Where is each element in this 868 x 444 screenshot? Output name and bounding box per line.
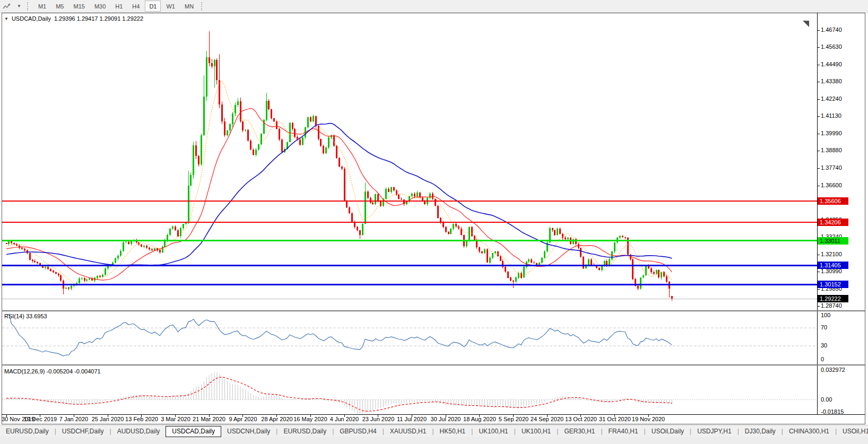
chart-tab-eurusd-daily[interactable]: EURUSD,Daily [0,425,55,437]
chart-frame [2,13,865,424]
macd-axis-label: 0.00 [821,396,832,403]
price-tick-label: 1.37740 [821,164,842,171]
current-price-badge: 1.29222 [818,295,848,302]
chart-tab-eurusd-daily[interactable]: EURUSD,Daily [277,425,332,437]
price-tick-label: 1.28740 [821,302,842,309]
chart-expander-icon[interactable]: ▼ [4,16,8,21]
date-tick-label: 4 Jun 2020 [330,416,359,422]
price-badge-1.30152: 1.30152 [818,281,848,288]
price-tick-label: 1.46740 [821,27,842,33]
price-tick-label: 1.42240 [821,95,842,102]
chart-tab-usdchf-daily[interactable]: USDCHF,Daily [56,425,110,437]
chart-tab-usdcad-daily[interactable]: USDCAD,Daily [166,426,221,437]
ma-8-line[interactable] [6,81,672,285]
chart-tab-usoil-daily[interactable]: USOil,Daily [646,425,690,437]
date-tick-label: 16 May 2020 [293,416,327,422]
date-tick-label: 18 Aug 2020 [463,416,496,422]
chart-tab-audusd-daily[interactable]: AUDUSD,Daily [111,425,166,437]
chart-tab-usdcnh-daily[interactable]: USDCNH,Daily [221,425,276,437]
chart-tab-xauusd-h1[interactable]: XAUUSD,H1 [384,425,432,437]
rsi-pane [2,315,817,356]
price-tick-label: 1.38880 [821,147,842,153]
chart-tab-bar: EURUSD,Daily|USDCHF,Daily|AUDUSD,DailyUS… [0,425,868,437]
chart-ohlc-values: 1.29396 1.29417 1.29091 1.29222 [54,15,143,22]
price-tick-label: 1.36600 [821,182,842,188]
chart-tab-usoil-h1[interactable]: USOil,H1 [837,425,868,437]
price-badge-1.35606: 1.35606 [818,197,848,205]
date-tick-label: 23 Jun 2020 [362,416,395,422]
date-tick-label: 13 Oct 2020 [565,416,597,422]
date-tick-label: 30 Jul 2020 [431,416,461,422]
ma-50-line[interactable] [6,124,672,266]
chart-tab-usdjpy-h1[interactable]: USDJPY,H1 [691,425,737,437]
macd-label: MACD(12,26,9) -0.005204 -0.004071 [4,368,101,375]
chart-tab-china300-h1[interactable]: CHINA300,H1 [783,425,835,437]
date-tick-label: 7 Jan 2020 [59,416,88,422]
price-tick-label: 1.44490 [821,61,842,67]
macd-axis-label: 0.032972 [821,367,845,373]
macd-axis-label: -0.01815 [821,408,844,415]
date-tick-label: 9 Apr 2020 [229,416,257,422]
candles-layer [6,31,673,301]
chart-tab-ger30-h1[interactable]: GER30,H1 [558,425,601,437]
date-tick-label: 11 Jul 2020 [397,416,427,422]
symbol-ohlc-readout: ▼ USDCAD,Daily 1.29396 1.29417 1.29091 1… [4,15,143,22]
price-tick-label: 1.32100 [821,251,842,257]
rsi-level-label: 100 [821,312,830,318]
rsi-label: RSI(14) 33.6953 [4,313,47,319]
macd-signal-line [6,377,672,411]
date-tick-label: 25 Jan 2020 [92,416,124,422]
ma-20-line[interactable] [6,108,672,280]
price-badge-1.34206: 1.34206 [818,219,848,226]
price-tick-label: 1.45630 [821,43,842,50]
price-badge-1.33011: 1.33011 [818,237,848,245]
price-tick-label: 1.43380 [821,78,842,84]
tabs-container: EURUSD,Daily|USDCHF,Daily|AUDUSD,DailyUS… [0,425,868,437]
date-tick-label: 13 Feb 2020 [125,416,158,422]
date-tick-label: 19 Nov 2020 [632,416,665,422]
rsi-level-label: 0 [821,356,824,362]
chart-title: USDCAD,Daily [12,15,51,22]
macd-pane [2,372,817,414]
chart-tab-gbpusd-h4[interactable]: GBPUSD,H4 [334,425,382,437]
date-tick-label: 24 Sep 2020 [531,416,563,422]
date-tick-label: 21 Mar 2020 [193,416,225,422]
price-badge-1.31405: 1.31405 [818,262,848,269]
status-strip [0,437,868,444]
date-tick-label: 3 Mar 2020 [161,416,190,422]
chart-tab-fra40-h1[interactable]: FRA40,H1 [603,425,644,437]
price-chart-canvas[interactable] [0,0,868,444]
chart-tab-uk100-h1[interactable]: UK100,H1 [516,425,557,437]
chart-shift-marker-icon[interactable] [803,21,809,27]
chart-tab-hk50-h1[interactable]: HK50,H1 [434,425,472,437]
chart-tab-dj30-daily[interactable]: DJ30,Daily [739,425,782,437]
rsi-level-label: 30 [821,342,827,349]
price-tick-label: 1.39990 [821,130,842,136]
date-tick-label: 5 Sep 2020 [499,416,528,422]
rsi-level-label: 70 [821,324,827,330]
price-tick-label: 1.41130 [821,112,841,119]
rsi-line [6,315,672,356]
date-tick-label: 31 Oct 2020 [599,416,631,422]
date-tick-label: 19 Dec 2019 [24,416,57,422]
date-tick-label: 28 Apr 2020 [261,416,292,422]
chart-tab-uk100-h1[interactable]: UK100,H1 [473,425,514,437]
